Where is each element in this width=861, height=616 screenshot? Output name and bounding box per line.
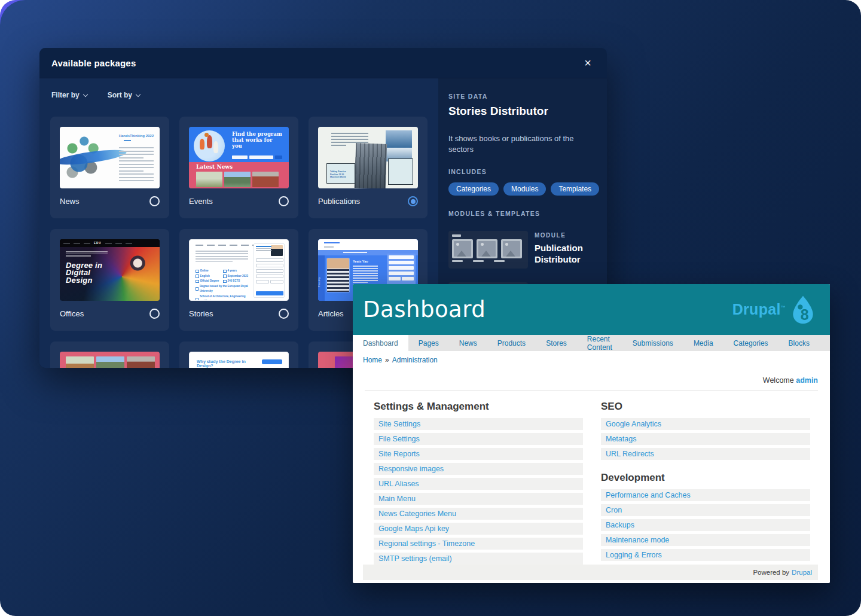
thumb-subheading: Latest News bbox=[196, 164, 233, 170]
list-item: Metatags bbox=[601, 433, 810, 445]
breadcrumb: Home » Administration bbox=[353, 351, 830, 369]
thumb-nav-bar: EDU bbox=[60, 239, 160, 247]
thumb-logo: EDU bbox=[94, 242, 102, 245]
link-google-maps-api-key[interactable]: Google Maps Api key bbox=[378, 524, 449, 533]
dashboard-title: Dashboard bbox=[363, 297, 486, 322]
list-item: Regional settings - Timezone bbox=[374, 538, 583, 550]
thumb-form-card bbox=[254, 243, 285, 298]
tab-stores[interactable]: Stores bbox=[536, 335, 577, 351]
package-label: Offices bbox=[60, 309, 84, 318]
admin-user-link[interactable]: admin bbox=[796, 376, 818, 385]
link-news-categories-menu[interactable]: News Categories Menu bbox=[378, 510, 456, 518]
package-card-clipped-1[interactable] bbox=[50, 341, 169, 368]
list-item: Site Settings bbox=[374, 418, 583, 430]
tab-blocks[interactable]: Blocks bbox=[778, 335, 820, 351]
link-maintenance-mode[interactable]: Maintenance mode bbox=[606, 536, 669, 544]
item-type: MODULE bbox=[535, 232, 590, 239]
list-item: News Categories Menu bbox=[374, 508, 583, 520]
thumb-side-strip: Faculty bbox=[318, 255, 325, 301]
package-radio[interactable] bbox=[149, 309, 160, 319]
link-performance-and-caches[interactable]: Performance and Caches bbox=[606, 491, 691, 499]
list-item: SMTP settings (email) bbox=[374, 553, 583, 565]
package-card-offices[interactable]: EDU Degree in Digital Design bbox=[50, 229, 169, 331]
breadcrumb-home-link[interactable]: Home bbox=[363, 356, 382, 364]
close-icon[interactable]: × bbox=[584, 57, 591, 69]
package-card-publications[interactable]: Talking PracticePavilion 12.20Mountain W… bbox=[309, 117, 428, 218]
package-radio[interactable] bbox=[408, 196, 418, 206]
link-file-settings[interactable]: File Settings bbox=[378, 435, 420, 443]
package-card-stories[interactable]: Online4 yearsEnglishSeptember 2022Offici… bbox=[179, 229, 298, 331]
package-thumbnail-news: HandsThinking 2022 bbox=[60, 127, 160, 188]
tag-categories[interactable]: Categories bbox=[448, 182, 499, 196]
package-radio[interactable] bbox=[149, 196, 160, 206]
stories-thumb-detail: 240 ECTS bbox=[223, 279, 251, 284]
thumb-text-lines bbox=[119, 147, 154, 184]
link-site-reports[interactable]: Site Reports bbox=[378, 450, 420, 458]
thumb-side-label: Faculty bbox=[318, 277, 320, 286]
sort-by-button[interactable]: Sort by bbox=[108, 91, 140, 99]
welcome-line: Welcome admin bbox=[365, 369, 818, 385]
thumb-text-lines bbox=[196, 251, 248, 264]
link-main-menu[interactable]: Main Menu bbox=[378, 495, 416, 503]
package-card-news[interactable]: HandsThinking 2022 News bbox=[50, 117, 169, 218]
tab-categories[interactable]: Categories bbox=[723, 335, 778, 351]
tab-pages[interactable]: Pages bbox=[408, 335, 449, 351]
svg-text:8: 8 bbox=[801, 306, 809, 322]
package-radio[interactable] bbox=[279, 309, 289, 319]
powered-by-label: Powered by bbox=[753, 569, 789, 576]
package-label: News bbox=[60, 197, 80, 206]
tab-news[interactable]: News bbox=[449, 335, 487, 351]
link-cron[interactable]: Cron bbox=[606, 506, 622, 514]
breadcrumb-current-link[interactable]: Administration bbox=[392, 356, 438, 364]
section-heading: SEO bbox=[601, 401, 810, 413]
package-label: Publications bbox=[318, 197, 360, 206]
thumb-caption-lines bbox=[256, 246, 271, 252]
modal-header: Available packages × bbox=[39, 48, 607, 78]
package-card-clipped-2[interactable]: Why study the Degree in Design? bbox=[179, 341, 298, 368]
tag-modules[interactable]: Modules bbox=[503, 182, 546, 196]
left-column: Settings & ManagementSite SettingsFile S… bbox=[374, 401, 583, 568]
latest-news-band: Latest News bbox=[189, 162, 289, 188]
link-url-aliases[interactable]: URL Aliases bbox=[378, 480, 419, 488]
link-url-redirects[interactable]: URL Redirects bbox=[606, 450, 654, 458]
package-radio[interactable] bbox=[279, 196, 289, 206]
link-regional-settings-timezone[interactable]: Regional settings - Timezone bbox=[378, 539, 475, 548]
includes-label: INCLUDES bbox=[448, 168, 595, 175]
drupal-logo: Drupal™ 8 bbox=[732, 295, 817, 325]
modules-templates-label: MODULES & TEMPLATES bbox=[448, 210, 595, 217]
section-heading: Development bbox=[601, 472, 810, 484]
thumb-photos bbox=[66, 356, 155, 368]
list-item: Responsive images bbox=[374, 463, 583, 475]
tab-recent-content[interactable]: Recent Content bbox=[577, 335, 622, 351]
drupal-droplet-icon: 8 bbox=[789, 295, 817, 325]
module-item[interactable]: MODULE Publication Distributor bbox=[448, 231, 595, 269]
filters-row: Filter by Sort by bbox=[51, 90, 438, 100]
tag-templates[interactable]: Templates bbox=[551, 182, 599, 196]
link-responsive-images[interactable]: Responsive images bbox=[378, 465, 444, 473]
link-site-settings[interactable]: Site Settings bbox=[378, 420, 420, 428]
list-item: Maintenance mode bbox=[601, 534, 810, 546]
tab-submissions[interactable]: Submissions bbox=[622, 335, 683, 351]
tab-media[interactable]: Media bbox=[683, 335, 723, 351]
thumb-caption: Talking PracticePavilion 12.20Mountain W… bbox=[330, 170, 346, 179]
dashboard-footer: Powered by Drupal bbox=[363, 565, 818, 580]
link-backups[interactable]: Backups bbox=[606, 521, 634, 529]
tab-dashboard[interactable]: Dashboard bbox=[353, 335, 408, 351]
tab-users[interactable]: Users bbox=[820, 335, 830, 351]
link-metatags[interactable]: Metatags bbox=[606, 435, 636, 443]
image-placeholder-icon bbox=[503, 241, 520, 257]
modal-title: Available packages bbox=[51, 58, 136, 68]
stories-thumb-details: Online4 yearsEnglishSeptember 2022Offici… bbox=[196, 269, 251, 301]
link-smtp-settings-email-[interactable]: SMTP settings (email) bbox=[378, 554, 452, 563]
thumb-box bbox=[388, 158, 413, 185]
package-card-events[interactable]: Find the program that works for you Late… bbox=[179, 117, 298, 218]
drupal-footer-link[interactable]: Drupal bbox=[792, 569, 812, 576]
stories-thumb-detail: 4 years bbox=[223, 269, 251, 274]
link-logging-errors[interactable]: Logging & Errors bbox=[606, 551, 662, 559]
dashboard-nav: DashboardPagesNewsProductsStoresRecent C… bbox=[353, 335, 830, 351]
package-thumbnail-stories: Online4 yearsEnglishSeptember 2022Offici… bbox=[189, 239, 289, 301]
list-item: Google Maps Api key bbox=[374, 523, 583, 535]
filter-by-button[interactable]: Filter by bbox=[51, 91, 87, 99]
tab-products[interactable]: Products bbox=[487, 335, 536, 351]
link-google-analytics[interactable]: Google Analytics bbox=[606, 420, 661, 428]
